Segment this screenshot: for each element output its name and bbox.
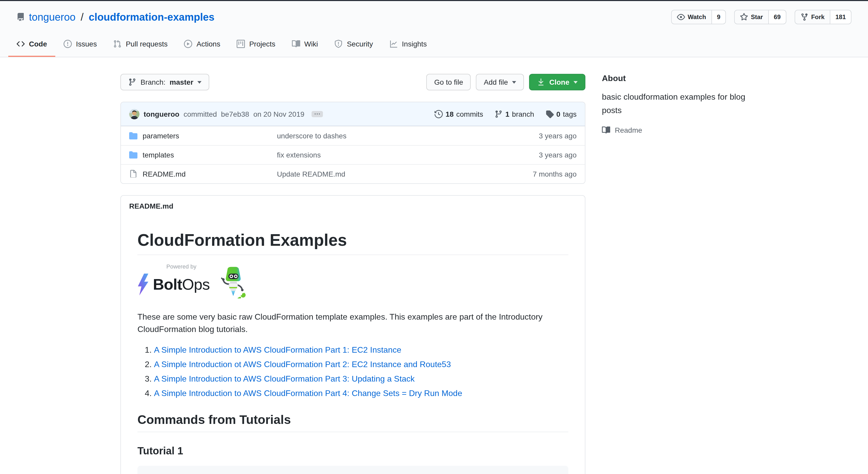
fork-count[interactable]: 181	[830, 10, 851, 24]
tutorial-links-list: A Simple Introduction to AWS CloudFormat…	[137, 344, 568, 400]
commit-message-link[interactable]: underscore to dashes	[277, 132, 539, 140]
clone-button[interactable]: Clone	[529, 74, 585, 90]
tab-projects[interactable]: Projects	[228, 32, 284, 57]
file-name-link[interactable]: parameters	[143, 132, 277, 140]
tab-code[interactable]: Code	[8, 32, 55, 57]
kebab-icon	[315, 111, 320, 116]
breadcrumb: tongueroo / cloudformation-examples	[17, 11, 214, 23]
tab-actions-label: Actions	[196, 40, 220, 48]
go-to-file-button[interactable]: Go to file	[427, 74, 471, 90]
breadcrumb-separator: /	[80, 11, 85, 23]
file-name-link[interactable]: templates	[143, 151, 277, 159]
boltops-wordmark: BoltOps	[153, 276, 210, 293]
breadcrumb-owner-link[interactable]: tongueroo	[29, 11, 75, 23]
latest-commit-bar: tongueroo committed be7eb38 on 20 Nov 20…	[121, 102, 585, 126]
file-browser-box: tongueroo committed be7eb38 on 20 Nov 20…	[120, 102, 585, 184]
tab-wiki[interactable]: Wiki	[284, 32, 326, 57]
watch-button-group: Watch 9	[671, 10, 726, 24]
boltops-logo: Powered by	[137, 263, 246, 299]
list-item: A Simple Introduction to AWS CloudFormat…	[154, 373, 568, 385]
tab-pull-requests-label: Pull requests	[126, 40, 168, 48]
table-row: README.md Update README.md 7 months ago	[121, 164, 585, 183]
tab-code-label: Code	[29, 40, 47, 48]
eye-icon	[677, 13, 685, 21]
github-repo-page: tongueroo / cloudformation-examples Watc…	[0, 0, 868, 474]
folder-icon	[129, 151, 137, 159]
commit-message-link[interactable]: fix extensions	[277, 151, 539, 159]
table-row: parameters underscore to dashes 3 years …	[121, 126, 585, 145]
commits-label: commits	[456, 110, 483, 118]
tutorial-link-1[interactable]: A Simple Introduction to AWS CloudFormat…	[154, 345, 401, 354]
history-icon	[435, 110, 443, 118]
repo-icon	[17, 13, 25, 21]
fork-label: Fork	[811, 13, 825, 21]
git-branch-icon	[494, 110, 503, 118]
robot-mascot-icon	[218, 266, 248, 299]
tab-security[interactable]: Security	[326, 32, 381, 57]
tab-insights[interactable]: Insights	[381, 32, 435, 57]
watch-label: Watch	[688, 13, 706, 21]
shield-icon	[335, 40, 343, 48]
commit-message-expand-button[interactable]	[312, 111, 323, 117]
repo-header: tongueroo / cloudformation-examples Watc…	[0, 1, 868, 57]
tutorial-1-heading: Tutorial 1	[137, 445, 568, 458]
tab-wiki-label: Wiki	[304, 40, 318, 48]
commit-message-link[interactable]: Update README.md	[277, 170, 533, 178]
branches-stat-link[interactable]: 1 branch	[494, 110, 534, 118]
folder-icon	[129, 132, 137, 140]
sidebar-readme-link[interactable]: Readme	[602, 126, 748, 134]
commit-author-link[interactable]: tongueroo	[144, 110, 179, 118]
tab-issues-label: Issues	[76, 40, 97, 48]
issue-icon	[64, 40, 72, 48]
clone-label: Clone	[549, 78, 569, 86]
commit-action-text: committed	[183, 110, 217, 118]
readme-title: CloudFormation Examples	[137, 230, 568, 255]
commits-stat-link[interactable]: 18 commits	[435, 110, 483, 118]
tutorial-link-3[interactable]: A Simple Introduction to AWS CloudFormat…	[154, 374, 414, 383]
branch-selector-button[interactable]: Branch: master	[120, 74, 209, 90]
star-count[interactable]: 69	[769, 10, 786, 24]
about-heading: About	[602, 74, 748, 83]
readme-card: README.md CloudFormation Examples Powere…	[120, 195, 585, 474]
add-file-button[interactable]: Add file	[476, 74, 524, 90]
main-column: Branch: master Go to file Add file Clone	[120, 74, 585, 474]
code-block	[137, 466, 568, 474]
avatar[interactable]	[129, 109, 140, 119]
file-age: 7 months ago	[533, 170, 577, 178]
download-icon	[537, 78, 545, 86]
file-name-link[interactable]: README.md	[143, 170, 277, 178]
chevron-down-icon	[512, 81, 516, 83]
tutorial-link-4[interactable]: A Simple Introduction to AWS CloudFormat…	[154, 389, 462, 398]
tab-issues[interactable]: Issues	[55, 32, 105, 57]
tab-pull-requests[interactable]: Pull requests	[105, 32, 176, 57]
watch-button[interactable]: Watch	[671, 10, 712, 24]
lightning-bolt-icon	[137, 273, 149, 296]
brand-light: Ops	[182, 276, 210, 293]
commits-count: 18	[445, 110, 454, 118]
star-button[interactable]: Star	[735, 10, 769, 24]
tab-actions[interactable]: Actions	[176, 32, 228, 57]
chevron-down-icon	[197, 81, 202, 83]
code-icon	[17, 40, 25, 48]
star-label: Star	[751, 13, 763, 21]
book-icon	[602, 126, 610, 134]
watch-count[interactable]: 9	[712, 10, 726, 24]
file-toolbar: Branch: master Go to file Add file Clone	[120, 74, 585, 90]
tags-label: tags	[563, 110, 577, 118]
git-branch-icon	[128, 78, 136, 86]
list-item: A Simple Introduction to AWS CloudFormat…	[154, 344, 568, 356]
commands-section-heading: Commands from Tutorials	[137, 412, 568, 432]
tags-stat-link[interactable]: 0 tags	[545, 110, 577, 118]
star-button-group: Star 69	[735, 10, 786, 24]
brand-bold: Bolt	[153, 276, 182, 293]
fork-button[interactable]: Fork	[795, 10, 830, 24]
file-age: 3 years ago	[539, 132, 577, 140]
breadcrumb-repo-link[interactable]: cloudformation-examples	[89, 11, 214, 23]
commit-sha-link[interactable]: be7eb38	[221, 110, 249, 118]
play-icon	[184, 40, 192, 48]
tutorial-link-2[interactable]: A Simple Introduction ot AWS CloudFormat…	[154, 360, 451, 369]
repo-stats: 18 commits 1 branch 0 tags	[435, 110, 577, 118]
list-item: A Simple Introduction to AWS CloudFormat…	[154, 387, 568, 400]
repo-tabs: Code Issues Pull requests Actions Projec…	[8, 32, 851, 57]
about-sidebar: About basic cloudformation examples for …	[602, 74, 748, 474]
